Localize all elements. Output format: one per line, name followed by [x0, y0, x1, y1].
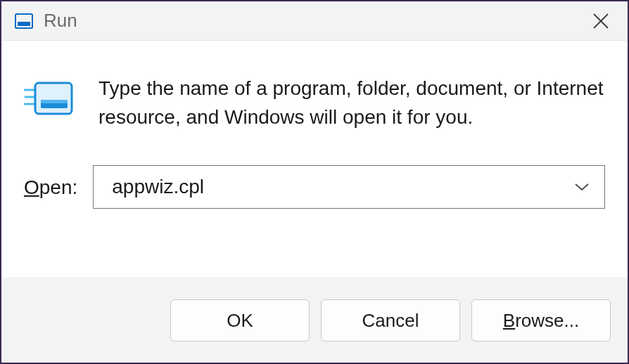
close-icon [592, 12, 610, 30]
open-input[interactable] [112, 176, 573, 198]
cancel-button-label: Cancel [362, 310, 419, 332]
info-row: Type the name of a program, folder, docu… [24, 74, 605, 131]
cancel-button[interactable]: Cancel [321, 299, 460, 342]
run-icon [24, 79, 75, 129]
dialog-description: Type the name of a program, folder, docu… [99, 74, 605, 131]
browse-button[interactable]: Browse... [471, 299, 611, 342]
browse-button-label: Browse... [503, 310, 579, 332]
ok-button[interactable]: OK [170, 299, 310, 342]
svg-rect-7 [35, 83, 72, 114]
open-label-underline: O [24, 176, 39, 198]
open-row: Open: [24, 165, 605, 209]
svg-rect-1 [18, 22, 30, 26]
open-label: Open: [24, 175, 77, 199]
run-titlebar-icon [14, 11, 34, 31]
open-label-rest: pen: [39, 176, 78, 198]
svg-rect-9 [41, 100, 68, 103]
chevron-down-icon[interactable] [573, 178, 590, 195]
close-button[interactable] [584, 4, 618, 38]
open-combobox[interactable] [93, 165, 605, 209]
titlebar-title: Run [44, 10, 584, 32]
button-row: OK Cancel Browse... [1, 278, 628, 363]
dialog-content: Type the name of a program, folder, docu… [1, 41, 628, 278]
ok-button-label: OK [227, 310, 253, 332]
titlebar: Run [1, 1, 628, 41]
